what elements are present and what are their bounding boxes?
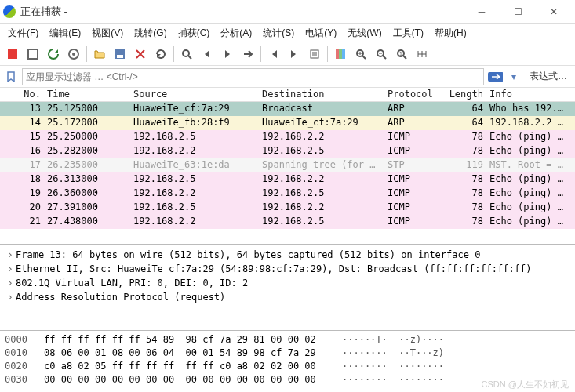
- hex-offset: 0020: [5, 361, 44, 374]
- auto-scroll-icon[interactable]: [305, 45, 324, 64]
- cell-length: 78: [442, 215, 486, 229]
- cell-source: 192.168.2.5: [130, 201, 259, 215]
- capture-options-icon[interactable]: [64, 45, 83, 64]
- packet-row[interactable]: 1425.172000HuaweiTe_fb:28:f9HuaweiTe_cf:…: [0, 116, 575, 130]
- packet-row[interactable]: 1325.125000HuaweiTe_cf:7a:29BroadcastARP…: [0, 102, 575, 116]
- cell-no: 15: [0, 130, 44, 144]
- cell-source: 192.168.2.2: [130, 187, 259, 201]
- col-info[interactable]: Info: [486, 88, 575, 101]
- hex-bytes: 08 06 00 01 08 00 06 04 00 01 54 89 98 c…: [44, 347, 342, 361]
- display-filter-input[interactable]: [22, 68, 484, 85]
- cell-destination: Spanning-tree-(for-…: [259, 158, 384, 172]
- zoom-reset-icon[interactable]: 1: [392, 45, 411, 64]
- hex-line[interactable]: 0020c0 a8 02 05 ff ff ff ff ff ff c0 a8 …: [5, 361, 570, 374]
- apply-filter-icon[interactable]: [487, 69, 503, 85]
- cell-protocol: ICMP: [384, 187, 442, 201]
- prev-packet-icon[interactable]: [198, 45, 217, 64]
- packet-row[interactable]: 2127.438000192.168.2.2192.168.2.5ICMP78E…: [0, 215, 575, 229]
- col-length[interactable]: Length: [442, 88, 486, 101]
- menu-help[interactable]: 帮助(H): [430, 25, 471, 42]
- cell-protocol: ARP: [384, 102, 442, 116]
- close-file-icon[interactable]: [131, 45, 150, 64]
- detail-line[interactable]: ›802.1Q Virtual LAN, PRI: 0, DEI: 0, ID:…: [5, 276, 570, 290]
- expand-icon[interactable]: ›: [5, 263, 16, 274]
- menu-go[interactable]: 跳转(G): [129, 25, 171, 42]
- filter-dropdown-icon[interactable]: ▾: [506, 69, 522, 85]
- restart-capture-icon[interactable]: [44, 45, 63, 64]
- menu-stats[interactable]: 统计(S): [258, 25, 299, 42]
- zoom-out-icon[interactable]: [372, 45, 391, 64]
- menu-analyze[interactable]: 分析(A): [216, 25, 257, 42]
- cell-time: 25.172000: [44, 116, 130, 130]
- col-no[interactable]: No.: [0, 88, 44, 101]
- colorize-icon[interactable]: [331, 45, 350, 64]
- menu-view[interactable]: 视图(V): [87, 25, 128, 42]
- menu-capture[interactable]: 捕获(C): [173, 25, 215, 42]
- expression-button[interactable]: 表达式…: [525, 68, 572, 85]
- zoom-in-icon[interactable]: [351, 45, 370, 64]
- stop-capture-icon[interactable]: [24, 45, 42, 64]
- cell-time: 26.235000: [44, 158, 130, 172]
- col-source[interactable]: Source: [130, 88, 259, 101]
- first-packet-icon[interactable]: [264, 45, 283, 64]
- cell-destination: 192.168.2.2: [259, 172, 384, 187]
- cell-protocol: ARP: [384, 116, 442, 130]
- packet-row[interactable]: 1625.282000192.168.2.2192.168.2.5ICMP78E…: [0, 144, 575, 158]
- cell-source: 192.168.2.2: [130, 215, 259, 229]
- start-capture-icon[interactable]: [3, 45, 22, 64]
- find-packet-icon[interactable]: [177, 45, 196, 64]
- menu-file[interactable]: 文件(F): [3, 25, 43, 42]
- hex-ascii: ······T· ··z)····: [342, 334, 570, 347]
- detail-line[interactable]: ›Frame 13: 64 bytes on wire (512 bits), …: [5, 248, 570, 262]
- menu-wireless[interactable]: 无线(W): [343, 25, 386, 42]
- maximize-button[interactable]: ☐: [500, 0, 536, 24]
- minimize-button[interactable]: ─: [464, 0, 500, 24]
- packet-row[interactable]: 2027.391000192.168.2.5192.168.2.2ICMP78E…: [0, 201, 575, 215]
- menu-edit[interactable]: 编辑(E): [45, 25, 86, 42]
- hex-offset: 0010: [5, 347, 44, 361]
- detail-line[interactable]: ›Address Resolution Protocol (request): [5, 290, 570, 304]
- resize-columns-icon[interactable]: [413, 45, 431, 64]
- cell-time: 25.125000: [44, 102, 130, 116]
- svg-rect-9: [336, 49, 339, 59]
- cell-length: 64: [442, 102, 486, 116]
- expand-icon[interactable]: ›: [5, 249, 16, 260]
- packet-list: No. Time Source Destination Protocol Len…: [0, 88, 575, 245]
- packet-row[interactable]: 1726.235000HuaweiTe_63:1e:daSpanning-tre…: [0, 158, 575, 172]
- cell-time: 27.391000: [44, 201, 130, 215]
- cell-destination: Broadcast: [259, 102, 384, 116]
- filter-bar: ▾ 表达式…: [0, 66, 575, 88]
- hex-ascii: ········ ··T···z): [342, 347, 570, 361]
- detail-text: Ethernet II, Src: HuaweiTe_cf:7a:29 (54:…: [16, 263, 531, 274]
- detail-line[interactable]: ›Ethernet II, Src: HuaweiTe_cf:7a:29 (54…: [5, 262, 570, 276]
- menu-telephony[interactable]: 电话(Y): [300, 25, 341, 42]
- packet-row[interactable]: 1926.360000192.168.2.2192.168.2.5ICMP78E…: [0, 187, 575, 201]
- hex-line[interactable]: 0000ff ff ff ff ff ff 54 89 98 cf 7a 29 …: [5, 334, 570, 347]
- cell-no: 18: [0, 172, 44, 187]
- hex-offset: 0000: [5, 334, 44, 347]
- expand-icon[interactable]: ›: [5, 278, 16, 289]
- save-file-icon[interactable]: [111, 45, 129, 64]
- col-destination[interactable]: Destination: [259, 88, 384, 101]
- svg-point-6: [183, 50, 189, 56]
- cell-length: 119: [442, 158, 486, 172]
- cell-time: 26.360000: [44, 187, 130, 201]
- cell-no: 17: [0, 158, 44, 172]
- next-packet-icon[interactable]: [218, 45, 237, 64]
- last-packet-icon[interactable]: [285, 45, 304, 64]
- bookmark-icon[interactable]: [3, 69, 19, 85]
- reload-icon[interactable]: [151, 45, 170, 64]
- close-button[interactable]: ✕: [536, 0, 572, 24]
- cell-info: 192.168.2.2 …: [486, 116, 575, 130]
- cell-destination: 192.168.2.5: [259, 215, 384, 229]
- menu-tools[interactable]: 工具(T): [388, 25, 428, 42]
- goto-packet-icon[interactable]: [238, 45, 257, 64]
- col-protocol[interactable]: Protocol: [384, 88, 442, 101]
- expand-icon[interactable]: ›: [5, 292, 16, 303]
- cell-time: 26.313000: [44, 172, 130, 187]
- packet-row[interactable]: 1826.313000192.168.2.5192.168.2.2ICMP78E…: [0, 172, 575, 187]
- hex-line[interactable]: 001008 06 00 01 08 00 06 04 00 01 54 89 …: [5, 347, 570, 361]
- open-file-icon[interactable]: [90, 45, 109, 64]
- col-time[interactable]: Time: [44, 88, 130, 101]
- packet-row[interactable]: 1525.250000192.168.2.5192.168.2.2ICMP78E…: [0, 130, 575, 144]
